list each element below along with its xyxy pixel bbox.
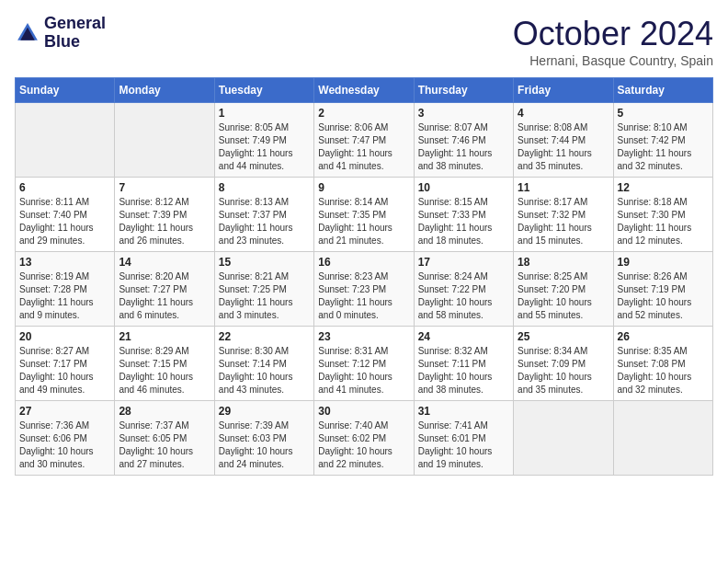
day-info: Sunrise: 8:23 AM Sunset: 7:23 PM Dayligh… <box>318 270 409 322</box>
calendar-cell <box>115 103 214 178</box>
day-number: 9 <box>318 181 409 194</box>
day-number: 3 <box>418 107 509 120</box>
day-number: 15 <box>219 256 310 269</box>
logo-text: General Blue <box>44 15 106 52</box>
day-info: Sunrise: 7:39 AM Sunset: 6:03 PM Dayligh… <box>219 419 310 471</box>
day-info: Sunrise: 8:24 AM Sunset: 7:22 PM Dayligh… <box>418 270 509 322</box>
calendar-cell: 29Sunrise: 7:39 AM Sunset: 6:03 PM Dayli… <box>214 401 313 476</box>
day-number: 29 <box>219 405 310 418</box>
day-info: Sunrise: 8:14 AM Sunset: 7:35 PM Dayligh… <box>318 196 409 247</box>
calendar-cell <box>514 401 613 476</box>
day-number: 30 <box>318 405 409 418</box>
day-number: 16 <box>318 256 409 269</box>
location-subtitle: Hernani, Basque Country, Spain <box>513 53 713 68</box>
calendar-cell: 7Sunrise: 8:12 AM Sunset: 7:39 PM Daylig… <box>115 178 214 252</box>
calendar-cell: 10Sunrise: 8:15 AM Sunset: 7:33 PM Dayli… <box>414 178 513 252</box>
calendar-cell: 30Sunrise: 7:40 AM Sunset: 6:02 PM Dayli… <box>314 401 414 476</box>
day-info: Sunrise: 8:15 AM Sunset: 7:33 PM Dayligh… <box>418 196 509 247</box>
calendar-cell: 6Sunrise: 8:11 AM Sunset: 7:40 PM Daylig… <box>16 178 115 252</box>
day-number: 24 <box>418 330 509 343</box>
calendar-cell: 13Sunrise: 8:19 AM Sunset: 7:28 PM Dayli… <box>16 252 115 327</box>
day-info: Sunrise: 8:35 AM Sunset: 7:08 PM Dayligh… <box>618 345 709 396</box>
calendar-cell: 15Sunrise: 8:21 AM Sunset: 7:25 PM Dayli… <box>214 252 313 327</box>
weekday-header: Sunday <box>16 78 115 103</box>
calendar-cell: 2Sunrise: 8:06 AM Sunset: 7:47 PM Daylig… <box>314 103 414 178</box>
title-block: October 2024 Hernani, Basque Country, Sp… <box>513 15 713 68</box>
day-number: 2 <box>318 107 409 120</box>
day-info: Sunrise: 8:27 AM Sunset: 7:17 PM Dayligh… <box>19 345 110 396</box>
logo-icon <box>15 20 40 46</box>
calendar-cell: 19Sunrise: 8:26 AM Sunset: 7:19 PM Dayli… <box>613 252 712 327</box>
weekday-header: Thursday <box>414 78 513 103</box>
day-info: Sunrise: 8:13 AM Sunset: 7:37 PM Dayligh… <box>219 196 310 247</box>
weekday-header: Saturday <box>613 78 712 103</box>
day-info: Sunrise: 8:25 AM Sunset: 7:20 PM Dayligh… <box>518 270 609 322</box>
logo: General Blue <box>15 15 106 52</box>
weekday-header: Tuesday <box>214 78 313 103</box>
day-number: 8 <box>219 181 310 194</box>
day-number: 10 <box>418 181 509 194</box>
calendar-cell: 20Sunrise: 8:27 AM Sunset: 7:17 PM Dayli… <box>16 327 115 401</box>
day-number: 13 <box>19 256 110 269</box>
day-info: Sunrise: 8:31 AM Sunset: 7:12 PM Dayligh… <box>318 345 409 396</box>
calendar-cell: 18Sunrise: 8:25 AM Sunset: 7:20 PM Dayli… <box>514 252 613 327</box>
day-number: 12 <box>618 181 709 194</box>
calendar-cell: 4Sunrise: 8:08 AM Sunset: 7:44 PM Daylig… <box>514 103 613 178</box>
day-info: Sunrise: 8:19 AM Sunset: 7:28 PM Dayligh… <box>19 270 110 322</box>
calendar-cell: 22Sunrise: 8:30 AM Sunset: 7:14 PM Dayli… <box>214 327 313 401</box>
day-info: Sunrise: 8:26 AM Sunset: 7:19 PM Dayligh… <box>618 270 709 322</box>
day-info: Sunrise: 8:10 AM Sunset: 7:42 PM Dayligh… <box>618 121 709 173</box>
weekday-header: Monday <box>115 78 214 103</box>
calendar-cell: 1Sunrise: 8:05 AM Sunset: 7:49 PM Daylig… <box>214 103 313 178</box>
day-info: Sunrise: 7:37 AM Sunset: 6:05 PM Dayligh… <box>119 419 210 471</box>
day-info: Sunrise: 8:07 AM Sunset: 7:46 PM Dayligh… <box>418 121 509 173</box>
day-number: 20 <box>19 330 110 343</box>
month-title: October 2024 <box>513 15 713 53</box>
day-info: Sunrise: 8:32 AM Sunset: 7:11 PM Dayligh… <box>418 345 509 396</box>
calendar-week-row: 1Sunrise: 8:05 AM Sunset: 7:49 PM Daylig… <box>16 103 713 178</box>
calendar-cell: 26Sunrise: 8:35 AM Sunset: 7:08 PM Dayli… <box>613 327 712 401</box>
calendar-week-row: 13Sunrise: 8:19 AM Sunset: 7:28 PM Dayli… <box>16 252 713 327</box>
calendar-cell: 12Sunrise: 8:18 AM Sunset: 7:30 PM Dayli… <box>613 178 712 252</box>
day-info: Sunrise: 8:08 AM Sunset: 7:44 PM Dayligh… <box>518 121 609 173</box>
day-number: 25 <box>518 330 609 343</box>
weekday-header: Wednesday <box>314 78 414 103</box>
day-number: 17 <box>418 256 509 269</box>
calendar-table: SundayMondayTuesdayWednesdayThursdayFrid… <box>15 77 713 476</box>
calendar-cell: 8Sunrise: 8:13 AM Sunset: 7:37 PM Daylig… <box>214 178 313 252</box>
calendar-cell: 23Sunrise: 8:31 AM Sunset: 7:12 PM Dayli… <box>314 327 414 401</box>
calendar-cell: 25Sunrise: 8:34 AM Sunset: 7:09 PM Dayli… <box>514 327 613 401</box>
day-info: Sunrise: 7:36 AM Sunset: 6:06 PM Dayligh… <box>19 419 110 471</box>
day-number: 6 <box>19 181 110 194</box>
day-info: Sunrise: 7:40 AM Sunset: 6:02 PM Dayligh… <box>318 419 409 471</box>
calendar-cell: 27Sunrise: 7:36 AM Sunset: 6:06 PM Dayli… <box>16 401 115 476</box>
day-number: 21 <box>119 330 210 343</box>
calendar-cell: 17Sunrise: 8:24 AM Sunset: 7:22 PM Dayli… <box>414 252 513 327</box>
day-number: 26 <box>618 330 709 343</box>
calendar-cell: 9Sunrise: 8:14 AM Sunset: 7:35 PM Daylig… <box>314 178 414 252</box>
calendar-cell <box>613 401 712 476</box>
calendar-cell: 16Sunrise: 8:23 AM Sunset: 7:23 PM Dayli… <box>314 252 414 327</box>
calendar-cell: 14Sunrise: 8:20 AM Sunset: 7:27 PM Dayli… <box>115 252 214 327</box>
day-info: Sunrise: 8:21 AM Sunset: 7:25 PM Dayligh… <box>219 270 310 322</box>
day-number: 1 <box>219 107 310 120</box>
calendar-week-row: 27Sunrise: 7:36 AM Sunset: 6:06 PM Dayli… <box>16 401 713 476</box>
day-number: 5 <box>618 107 709 120</box>
weekday-header-row: SundayMondayTuesdayWednesdayThursdayFrid… <box>16 78 713 103</box>
day-number: 18 <box>518 256 609 269</box>
day-number: 7 <box>119 181 210 194</box>
day-info: Sunrise: 8:05 AM Sunset: 7:49 PM Dayligh… <box>219 121 310 173</box>
day-number: 19 <box>618 256 709 269</box>
day-info: Sunrise: 7:41 AM Sunset: 6:01 PM Dayligh… <box>418 419 509 471</box>
day-number: 22 <box>219 330 310 343</box>
day-number: 31 <box>418 405 509 418</box>
calendar-cell: 3Sunrise: 8:07 AM Sunset: 7:46 PM Daylig… <box>414 103 513 178</box>
calendar-cell: 24Sunrise: 8:32 AM Sunset: 7:11 PM Dayli… <box>414 327 513 401</box>
day-number: 11 <box>518 181 609 194</box>
day-info: Sunrise: 8:20 AM Sunset: 7:27 PM Dayligh… <box>119 270 210 322</box>
day-info: Sunrise: 8:30 AM Sunset: 7:14 PM Dayligh… <box>219 345 310 396</box>
calendar-cell: 21Sunrise: 8:29 AM Sunset: 7:15 PM Dayli… <box>115 327 214 401</box>
day-info: Sunrise: 8:11 AM Sunset: 7:40 PM Dayligh… <box>19 196 110 247</box>
calendar-cell: 11Sunrise: 8:17 AM Sunset: 7:32 PM Dayli… <box>514 178 613 252</box>
day-number: 28 <box>119 405 210 418</box>
